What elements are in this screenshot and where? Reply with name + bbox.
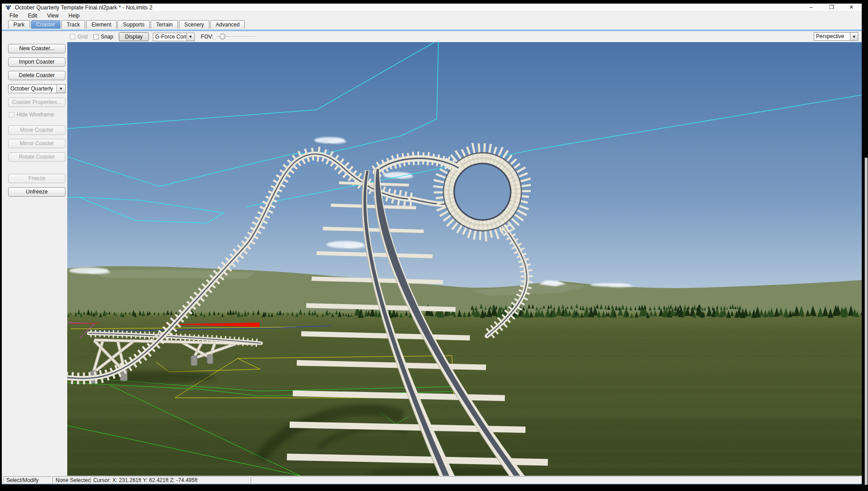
delete-coaster-button[interactable]: Delete Coaster	[8, 71, 65, 80]
view-mode-value: Perspective	[814, 33, 850, 40]
menu-edit[interactable]: Edit	[23, 12, 42, 20]
display-button[interactable]: Display	[119, 32, 149, 41]
status-mode: Select/Modify	[3, 476, 52, 483]
menu-file[interactable]: File	[4, 12, 23, 20]
hide-wireframe-label: Hide Wireframe	[17, 112, 54, 118]
checkbox-icon	[70, 34, 75, 39]
new-coaster-button[interactable]: New Coaster...	[8, 44, 65, 53]
snap-label: Snap	[101, 34, 113, 40]
restore-button[interactable]: ❐	[826, 4, 838, 12]
display-mode-value: G-Force Comb	[153, 33, 187, 41]
status-bar: Select/Modify None Selected Cursor: X: 2…	[2, 476, 862, 484]
menu-help[interactable]: Help	[64, 12, 85, 20]
window-title: October Quarterly Template Final.nl2park…	[15, 4, 152, 11]
grid-checkbox[interactable]: Grid	[70, 34, 88, 40]
viewport-3d[interactable]	[67, 42, 862, 476]
close-button[interactable]: ✕	[846, 4, 857, 12]
checkbox-icon	[9, 112, 14, 117]
tab-park[interactable]: Park	[8, 20, 30, 29]
minimize-button[interactable]: –	[805, 4, 817, 12]
import-coaster-button[interactable]: Import Coaster	[8, 57, 65, 67]
window-border	[0, 0, 2, 491]
view-mode-select[interactable]: Perspective ▼	[814, 32, 858, 41]
chevron-down-icon[interactable]: ▼	[850, 33, 858, 40]
display-mode-select[interactable]: G-Force Comb ▼	[153, 33, 195, 41]
checkbox-icon	[93, 34, 99, 39]
status-spare	[251, 476, 860, 483]
window-border	[0, 0, 868, 4]
chevron-down-icon[interactable]: ▼	[187, 33, 194, 41]
freeze-button[interactable]: Freeze	[8, 174, 65, 183]
menu-bar: File Edit View Help	[2, 12, 862, 20]
move-coaster-button[interactable]: Move Coaster	[8, 125, 65, 135]
fov-label: FOV:	[201, 34, 213, 40]
mirror-coaster-button[interactable]: Mirror Coaster	[8, 139, 65, 148]
coaster-select-value: October Quarterly	[9, 85, 56, 93]
rotate-coaster-button[interactable]: Rotate Coaster	[8, 152, 65, 162]
status-cursor: Cursor: X: 231.261ft Y: 62.421ft Z: -74.…	[90, 476, 250, 483]
window-border	[0, 485, 868, 491]
status-selection: None Selected	[52, 476, 89, 483]
tab-track[interactable]: Track	[61, 20, 86, 29]
tab-supports[interactable]: Supports	[117, 20, 150, 29]
tab-scenery[interactable]: Scenery	[179, 20, 209, 29]
tab-bar: Park Coaster Track Element Supports Terr…	[2, 20, 862, 29]
tab-coaster[interactable]: Coaster	[31, 20, 61, 29]
unfreeze-button[interactable]: Unfreeze	[8, 187, 65, 197]
background-window-sliver	[864, 158, 868, 485]
chevron-down-icon[interactable]: ▼	[56, 85, 65, 93]
hide-wireframe-checkbox[interactable]: Hide Wireframe	[9, 112, 54, 118]
coaster-select[interactable]: October Quarterly ▼	[8, 84, 65, 93]
grid-label: Grid	[78, 34, 88, 40]
fov-slider[interactable]	[216, 33, 256, 40]
tab-advanced[interactable]: Advanced	[210, 20, 245, 29]
nolimits2-window: { "window": { "title": "October Quarterl…	[0, 0, 868, 491]
coaster-sidebar: New Coaster... Import Coaster Delete Coa…	[2, 42, 67, 476]
slider-thumb[interactable]	[220, 34, 226, 39]
snap-checkbox[interactable]: Snap	[93, 34, 113, 40]
tab-terrain[interactable]: Terrain	[151, 20, 178, 29]
app-icon	[5, 4, 11, 10]
coaster-properties-button[interactable]: Coaster Properties...	[8, 98, 65, 107]
menu-view[interactable]: View	[42, 12, 64, 20]
tab-element[interactable]: Element	[86, 20, 117, 29]
title-bar[interactable]: October Quarterly Template Final.nl2park…	[2, 4, 862, 12]
toolbar: Grid Snap Display G-Force Comb ▼ FOV: Pe…	[2, 31, 862, 42]
